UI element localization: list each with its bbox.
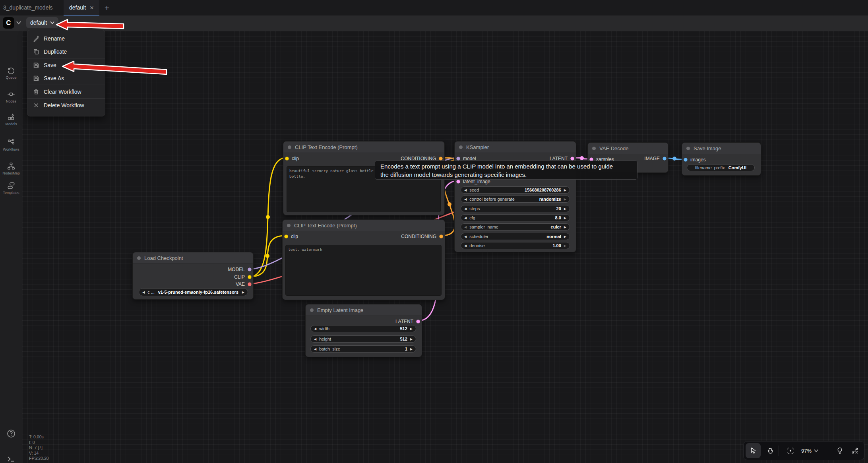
logo-chevron-down-icon[interactable] <box>16 20 21 25</box>
top-menubar: C default L Manager <box>0 15 868 31</box>
stat-nodes: N: 7 [7] <box>29 445 49 451</box>
canvas-toolbar: 97% <box>743 441 864 460</box>
node-ksampler[interactable]: KSampler model LATENT latent_image ◀seed… <box>454 141 576 252</box>
chevron-down-icon <box>50 21 54 24</box>
increment-icon[interactable]: ▶ <box>410 337 413 341</box>
widget-batch-size[interactable]: ◀batch_size1▶ <box>310 345 416 353</box>
models-icon <box>7 112 15 121</box>
menu-item-rename[interactable]: Rename <box>27 32 105 45</box>
widget-steps[interactable]: ◀steps20▶ <box>461 205 570 212</box>
sidebar-item-queue[interactable]: Queue <box>0 66 22 79</box>
sidebar-item-models[interactable]: Models <box>0 112 22 126</box>
save-icon <box>33 62 39 68</box>
widget-sampler-name[interactable]: ◀sampler_nameeuler▶ <box>461 223 570 231</box>
tab-close-icon[interactable]: × <box>90 4 94 11</box>
node-load-checkpoint[interactable]: Load Checkpoint MODEL CLIP VAE ◀ c ... v… <box>132 252 254 300</box>
workflow-selector-button[interactable]: default <box>26 17 58 28</box>
node-clip-text-encode-negative[interactable]: CLIP Text Encode (Prompt) clip CONDITION… <box>282 219 445 300</box>
tab-default[interactable]: default × <box>64 0 99 16</box>
terminal-button[interactable] <box>0 454 22 463</box>
sidebar-item-workflows[interactable]: Workflows <box>0 138 22 151</box>
workflow-dropdown-menu: Rename Duplicate Save Save As Clear Work… <box>27 30 105 116</box>
theme-toggle-button[interactable] <box>832 443 847 458</box>
toggle-links-button[interactable] <box>847 443 862 458</box>
widget-height[interactable]: ◀height512▶ <box>310 335 416 343</box>
increment-icon[interactable]: ▶ <box>410 327 413 331</box>
increment-icon[interactable]: ▶ <box>564 235 566 238</box>
sidebar-item-templates[interactable]: Templates <box>0 181 22 195</box>
node-graph-canvas[interactable] <box>22 31 868 463</box>
output-clip[interactable]: CLIP <box>234 273 252 281</box>
input-clip[interactable]: clip <box>285 155 299 162</box>
collapse-dot[interactable] <box>310 308 314 312</box>
decrement-icon[interactable]: ◀ <box>314 347 316 351</box>
node-title: Load Checkpoint <box>144 255 183 261</box>
node-title: CLIP Text Encode (Prompt) <box>295 144 358 150</box>
node-save-image[interactable]: Save Image images filename_prefix ComfyU… <box>682 142 761 176</box>
sidebar-item-nodes[interactable]: Nodes <box>0 90 22 103</box>
new-tab-button[interactable]: + <box>101 0 113 15</box>
output-image[interactable]: IMAGE <box>644 155 667 162</box>
decrement-icon[interactable]: ◀ <box>464 207 467 211</box>
increment-icon[interactable]: ▶ <box>564 244 566 248</box>
node-title: VAE Decode <box>599 145 628 151</box>
decrement-icon[interactable]: ◀ <box>464 244 467 248</box>
zoom-level-value: 97% <box>801 448 812 454</box>
menu-item-save-as[interactable]: Save As <box>27 72 105 85</box>
widget-denoise[interactable]: ◀denoise1.00▶ <box>461 242 570 249</box>
decrement-icon[interactable]: ◀ <box>464 225 467 229</box>
collapse-dot[interactable] <box>288 145 291 149</box>
node-empty-latent-image[interactable]: Empty Latent Image LATENT ◀width512▶ ◀he… <box>305 304 422 357</box>
zoom-level-control[interactable]: 97% <box>801 442 818 460</box>
link-off-icon <box>851 447 859 455</box>
menu-item-delete-workflow[interactable]: Delete Workflow <box>27 98 105 112</box>
output-conditioning[interactable]: CONDITIONING <box>401 233 444 240</box>
input-images[interactable]: images <box>683 156 706 163</box>
select-tool-button[interactable] <box>746 443 761 458</box>
duplicate-icon <box>33 48 39 55</box>
decrement-icon[interactable]: ◀ <box>314 337 316 341</box>
help-button[interactable] <box>0 429 22 438</box>
increment-icon[interactable]: ▶ <box>410 347 413 351</box>
decrement-icon[interactable]: ◀ <box>464 188 467 192</box>
comfyui-app: 3_duplicate_models default × + C default… <box>0 0 868 463</box>
menu-item-clear-workflow[interactable]: Clear Workflow <box>27 85 105 98</box>
input-clip[interactable]: clip <box>284 233 298 240</box>
widget-cfg[interactable]: ◀cfg8.0▶ <box>461 214 570 221</box>
collapse-dot[interactable] <box>592 147 596 150</box>
pencil-icon <box>33 35 39 42</box>
widget-ckpt-name[interactable]: ◀ c ... v1-5-pruned-emaonly-fp16.safeten… <box>139 288 248 296</box>
prompt-textarea[interactable]: text, watermark <box>285 245 442 296</box>
increment-icon[interactable]: ▶ <box>564 216 566 220</box>
decrement-icon[interactable]: ◀ <box>464 235 467 238</box>
node-title: Empty Latent Image <box>317 307 363 313</box>
collapse-dot[interactable] <box>686 147 690 150</box>
menu-item-save[interactable]: Save <box>27 58 105 72</box>
menu-item-duplicate[interactable]: Duplicate <box>27 45 105 58</box>
output-model[interactable]: MODEL <box>228 266 252 273</box>
decrement-icon[interactable]: ◀ <box>314 327 316 331</box>
decrement-icon[interactable]: ◀ <box>142 291 145 294</box>
increment-icon[interactable]: ▶ <box>564 207 566 211</box>
widget-seed[interactable]: ◀seed156680208700286▶ <box>461 186 570 194</box>
pan-tool-button[interactable] <box>763 443 778 458</box>
output-latent[interactable]: LATENT <box>395 318 420 325</box>
widget-filename-prefix[interactable]: filename_prefix ComfyUI <box>687 164 755 171</box>
increment-icon[interactable]: ▶ <box>564 198 566 201</box>
widget-scheduler[interactable]: ◀schedulernormal▶ <box>461 233 570 240</box>
increment-icon[interactable]: ▶ <box>564 188 566 192</box>
sidebar-item-nodesmap[interactable]: NodesMap <box>0 162 22 175</box>
collapse-dot[interactable] <box>459 145 463 149</box>
fit-view-button[interactable] <box>783 443 798 458</box>
increment-icon[interactable]: ▶ <box>242 291 244 294</box>
decrement-icon[interactable]: ◀ <box>464 198 467 201</box>
collapse-dot[interactable] <box>137 256 141 260</box>
increment-icon[interactable]: ▶ <box>564 225 566 229</box>
decrement-icon[interactable]: ◀ <box>464 216 467 220</box>
collapse-dot[interactable] <box>287 224 291 227</box>
widget-control-before-generate[interactable]: ◀control before generaterandomize▶ <box>461 196 570 203</box>
node-title: CLIP Text Encode (Prompt) <box>294 223 357 229</box>
widget-width[interactable]: ◀width512▶ <box>310 325 416 332</box>
comfyui-logo-icon[interactable]: C <box>3 17 14 29</box>
output-vae[interactable]: VAE <box>236 281 252 288</box>
